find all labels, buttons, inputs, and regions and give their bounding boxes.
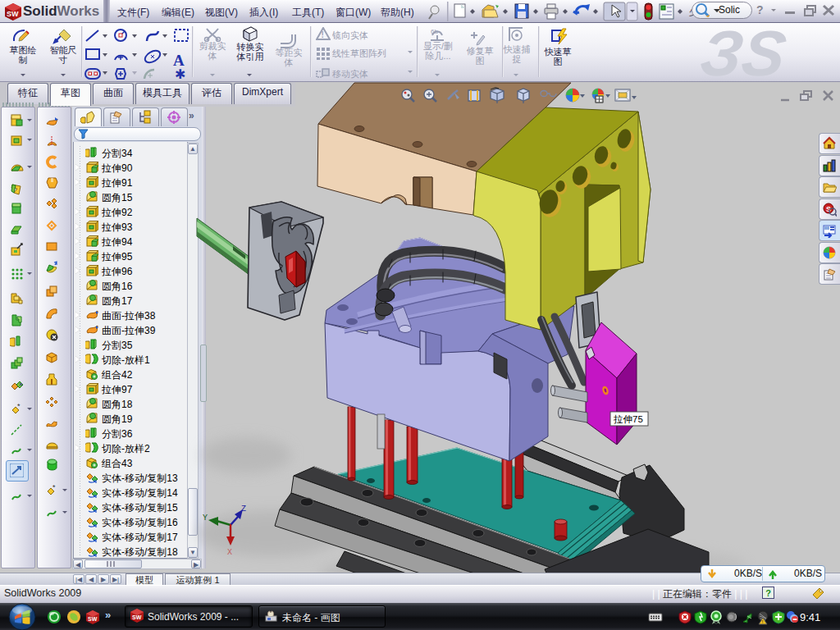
svg-text:Z: Z xyxy=(241,504,246,514)
svg-text:SW: SW xyxy=(88,616,98,622)
svg-text:拉伸75: 拉伸75 xyxy=(613,414,643,424)
svg-text:»: » xyxy=(105,609,111,621)
svg-text:Y: Y xyxy=(203,514,208,523)
svg-text:SW: SW xyxy=(132,614,142,620)
svg-text:X: X xyxy=(227,548,232,557)
